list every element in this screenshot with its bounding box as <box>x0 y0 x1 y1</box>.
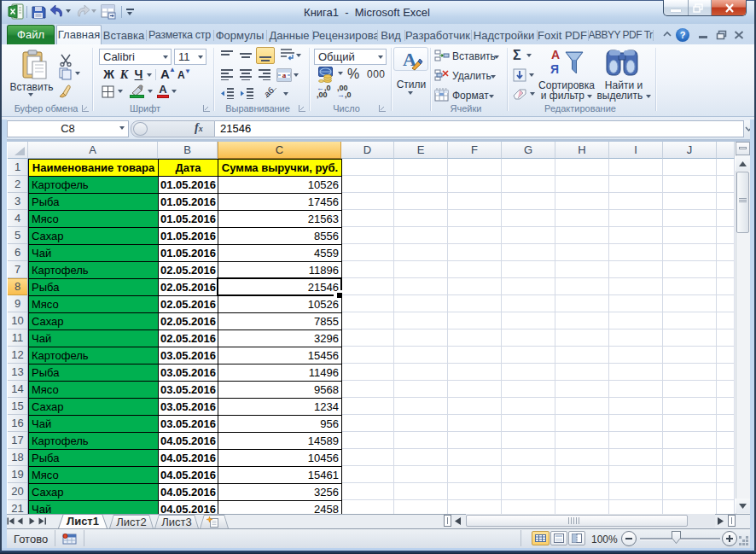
svg-text:аб: аб <box>265 86 276 99</box>
svg-text:a: a <box>282 71 287 79</box>
